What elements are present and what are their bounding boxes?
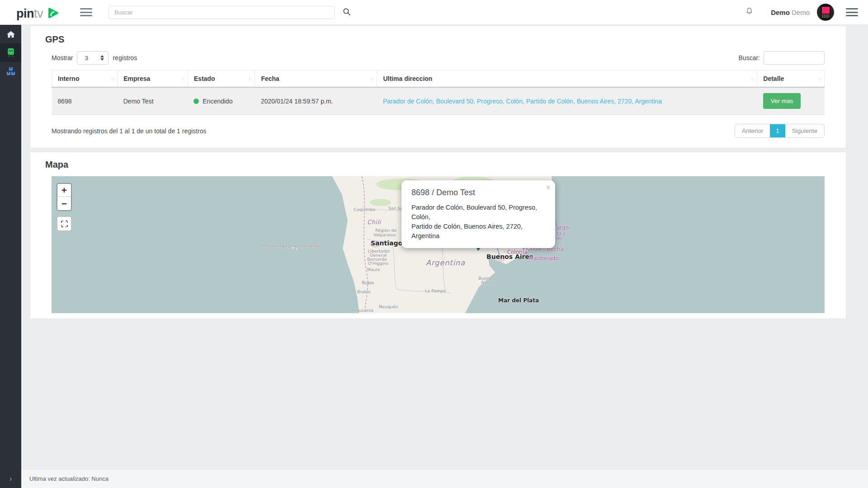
sort-icon <box>248 76 251 81</box>
user-menu[interactable]: Demo Demo <box>771 9 810 16</box>
col-header-estado[interactable]: Estado <box>188 70 255 88</box>
col-header-interno[interactable]: Interno <box>52 70 118 88</box>
cell-direccion: Parador de Colón, Boulevard 50, Progreso… <box>377 87 757 115</box>
sort-icon <box>750 76 754 81</box>
pagination-prev[interactable]: Anterior <box>735 124 770 137</box>
map-label: La Pampa <box>425 288 446 293</box>
address-link[interactable]: Parador de Colón, Boulevard 50, Progreso… <box>383 98 662 105</box>
map-label: Mar del Plata <box>498 297 539 304</box>
bus-icon <box>6 48 15 58</box>
top-header: pintv Demo Demo <box>0 0 868 25</box>
search-icon <box>343 8 351 16</box>
gps-panel-title: GPS <box>45 34 825 45</box>
cell-detalle: Ver mas <box>757 87 825 115</box>
table-header-row: Interno Empresa Estado Fecha Ultima dire… <box>52 70 825 88</box>
ver-mas-button[interactable]: Ver mas <box>763 93 801 109</box>
zoom-in-button[interactable]: + <box>57 184 71 197</box>
avatar-image <box>821 5 830 20</box>
table-search-label: Buscar: <box>739 54 760 61</box>
map-label: Neuquén <box>379 304 398 309</box>
map-panel-title: Mapa <box>45 160 825 170</box>
logo-text-pin: pin <box>16 7 34 21</box>
settings-menu-icon[interactable] <box>846 8 858 16</box>
user-last-name: Demo <box>792 9 810 16</box>
map-label: O'Higgins <box>368 261 389 266</box>
table-summary: Mostrando registros del 1 al 1 de un tot… <box>52 127 206 135</box>
map-label: Archipiélago Juan Fernández <box>260 243 321 248</box>
sidebar: › <box>0 25 21 488</box>
global-search-input[interactable] <box>108 6 335 19</box>
main-content: GPS Mostrar 3 registros Buscar: <box>21 25 868 469</box>
pagination-next[interactable]: Siguiente <box>785 124 824 137</box>
show-entries-label-before: Mostrar <box>52 54 73 61</box>
cell-interno: 8698 <box>52 87 118 115</box>
zoom-out-button[interactable]: − <box>57 197 71 210</box>
logo-text-tv: tv <box>34 7 43 21</box>
map-panel: Mapa <box>30 152 846 319</box>
col-header-direccion[interactable]: Ultima direccion <box>377 70 757 88</box>
sort-icon <box>181 76 184 81</box>
map-label: Santiago <box>371 239 402 247</box>
popup-close-icon[interactable]: × <box>546 183 551 192</box>
map-label: Maule <box>367 267 380 272</box>
sidebar-item-home[interactable] <box>0 25 21 43</box>
bell-icon <box>745 7 754 16</box>
sidebar-item-inventory[interactable] <box>0 62 21 80</box>
map-label: Maldonado <box>529 255 559 262</box>
user-first-name: Demo <box>771 9 790 16</box>
map-zoom-control: + − <box>57 183 72 211</box>
map-label: Chili <box>367 219 381 225</box>
gps-table: Interno Empresa Estado Fecha Ultima dire… <box>52 70 825 115</box>
popup-address: Parador de Colón, Boulevard 50, Progreso… <box>411 203 545 241</box>
col-header-detalle[interactable]: Detalle <box>757 70 825 88</box>
map-label: Ñuble <box>362 280 374 285</box>
map-label: Argentina <box>426 258 465 267</box>
col-header-empresa[interactable]: Empresa <box>118 70 188 88</box>
map-label: Araucanía <box>352 308 373 313</box>
fullscreen-icon <box>61 221 68 227</box>
notifications-button[interactable] <box>745 7 754 18</box>
cell-estado: Encendido <box>188 87 255 115</box>
logo-play-icon <box>45 6 60 20</box>
map-label: Biobío <box>357 289 370 294</box>
entries-per-page-value: 3 <box>85 55 88 61</box>
home-icon <box>6 30 15 38</box>
map-label: Aires <box>481 280 492 285</box>
gps-panel: GPS Mostrar 3 registros Buscar: <box>30 26 846 148</box>
sort-icon <box>370 76 373 81</box>
fullscreen-button[interactable] <box>57 216 72 231</box>
sort-icon <box>111 76 114 81</box>
pagination-page-1[interactable]: 1 <box>770 124 785 137</box>
map-label: Valparaiso <box>373 232 396 237</box>
map-popup: × 8698 / Demo Test Parador de Colón, Bou… <box>401 180 555 248</box>
pagination: Anterior 1 Siguiente <box>735 124 825 138</box>
last-updated-text: Ultima vez actualizado: Nunca <box>29 475 108 482</box>
table-row: 8698 Demo Test Encendido 2020/01/24 18:5… <box>52 87 825 115</box>
table-search-input[interactable] <box>764 51 825 65</box>
avatar[interactable] <box>817 4 834 21</box>
cell-empresa: Demo Test <box>118 87 188 115</box>
status-on-dot <box>193 99 199 104</box>
app-logo[interactable]: pintv <box>16 4 60 21</box>
cell-fecha: 2020/01/24 18:59:57 p.m. <box>255 87 377 115</box>
sidebar-expand-chevron[interactable]: › <box>0 474 21 483</box>
select-arrows-icon <box>100 55 104 61</box>
sidebar-item-gps[interactable] <box>0 43 21 62</box>
status-bar: Ultima vez actualizado: Nunca <box>21 469 868 488</box>
search-button[interactable] <box>341 6 353 19</box>
sidebar-toggle-icon[interactable] <box>80 8 92 16</box>
sort-icon <box>818 76 821 81</box>
show-entries-label-after: registros <box>113 54 137 61</box>
popup-title: 8698 / Demo Test <box>411 188 545 197</box>
entries-per-page-select[interactable]: 3 <box>77 51 108 65</box>
boxes-icon <box>6 67 15 75</box>
map-label: Coquimbo <box>354 207 375 212</box>
map-canvas[interactable]: CoquimboSan JuanChiliRégion deValparaiso… <box>52 176 825 313</box>
col-header-fecha[interactable]: Fecha <box>255 70 377 88</box>
